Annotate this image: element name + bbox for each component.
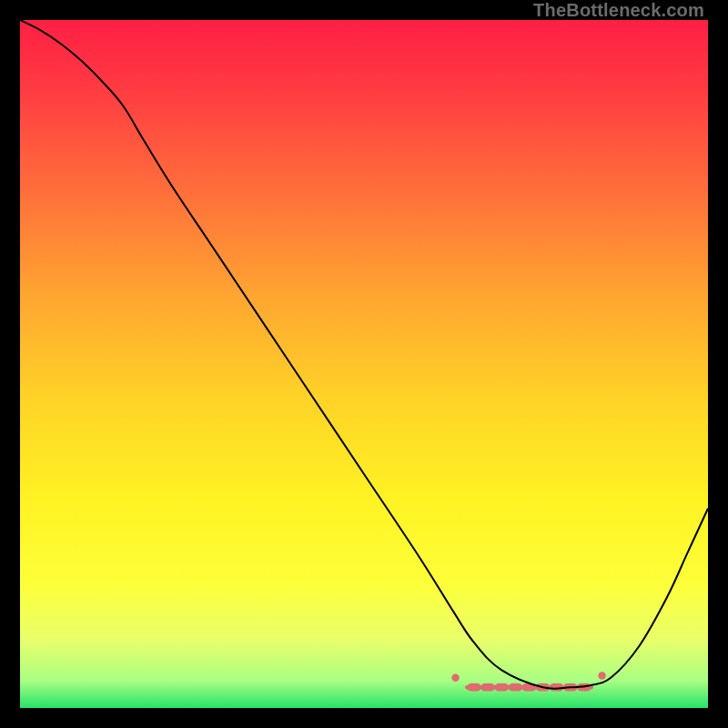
flat-dot [506,685,511,690]
flat-dot [479,685,483,690]
flat-dot [492,685,497,690]
gradient-background [20,20,708,708]
flat-dot [521,685,525,690]
flat-endpoint-dot [598,672,605,679]
watermark-text: TheBottleneck.com [533,0,704,21]
chart-svg [20,20,708,708]
flat-endpoint-dot [451,674,459,682]
flat-dot [465,685,470,690]
chart-frame [20,20,708,708]
